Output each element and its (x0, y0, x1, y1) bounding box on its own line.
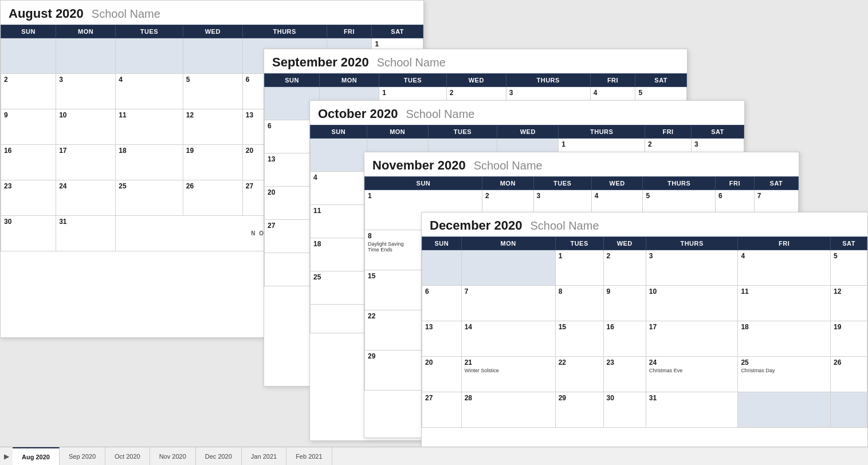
col-sat: SAT (372, 25, 423, 38)
tab-bar: ▶ Aug 2020 Sep 2020 Oct 2020 Nov 2020 De… (0, 447, 868, 465)
col-fri: FRI (327, 25, 372, 38)
table-row: 18 (311, 238, 367, 271)
table-row: 15 (555, 321, 603, 357)
col-sat: SAT (635, 74, 687, 87)
col-fri: FRI (715, 177, 754, 190)
tab-dec-2020[interactable]: Dec 2020 (196, 447, 242, 465)
september-school: School Name (377, 56, 446, 69)
table-row: 24 (56, 180, 116, 216)
table-row: 27 (422, 392, 462, 428)
table-row: 2 (1, 74, 56, 109)
table-row: 5 (831, 250, 867, 286)
november-school: School Name (474, 159, 543, 172)
tab-jan-2021[interactable]: Jan 2021 (242, 447, 286, 465)
table-row: 23 (603, 357, 646, 392)
col-thurs: THURS (559, 125, 645, 139)
table-row: 25Christmas Day (738, 357, 831, 392)
col-tues: TUES (428, 125, 497, 139)
table-row: 17 (56, 145, 116, 180)
table-row: 14 (461, 321, 555, 357)
table-row: 5 (183, 74, 242, 109)
col-thurs: THURS (646, 237, 738, 250)
table-row: 4 (311, 172, 367, 205)
november-header: November 2020 School Name (364, 152, 799, 176)
table-row: 18 (116, 145, 183, 180)
table-row: 22 (555, 357, 603, 392)
col-sun: SUN (422, 237, 462, 250)
col-fri: FRI (590, 74, 635, 87)
col-wed: WED (497, 125, 559, 139)
table-row: 19 (183, 145, 242, 180)
tab-scroll-left[interactable]: ▶ (0, 447, 13, 465)
col-mon: MON (461, 237, 555, 250)
table-row: 9 (603, 286, 646, 321)
col-fri: FRI (738, 237, 831, 250)
table-row: 25 (116, 180, 183, 216)
col-fri: FRI (645, 125, 692, 139)
table-row (116, 38, 183, 74)
col-sat: SAT (754, 177, 798, 190)
col-wed: WED (446, 74, 506, 87)
table-row: 13 (422, 321, 462, 357)
calendar-december: December 2020 School Name SUN MON TUES W… (421, 212, 868, 464)
december-header: December 2020 School Name (422, 212, 867, 237)
table-row: 16 (1, 145, 56, 180)
september-header: September 2020 School Name (264, 49, 687, 73)
table-row: 17 (646, 321, 738, 357)
table-row (422, 250, 462, 286)
table-row: 26 (183, 180, 242, 216)
table-row: 8 (555, 286, 603, 321)
col-sun: SUN (1, 25, 56, 38)
col-mon: MON (320, 74, 379, 87)
table-row: 10 (646, 286, 738, 321)
tab-sep-2020[interactable]: Sep 2020 (60, 447, 105, 465)
col-tues: TUES (116, 25, 183, 38)
table-row: 6 (422, 286, 462, 321)
tab-aug-2020[interactable]: Aug 2020 (13, 447, 60, 465)
october-header: October 2020 School Name (310, 101, 744, 125)
col-tues: TUES (379, 74, 447, 87)
col-thurs: THURS (506, 74, 590, 87)
october-school: School Name (406, 108, 474, 121)
table-row: 31 (646, 392, 738, 428)
col-sat: SAT (691, 125, 744, 139)
table-row (738, 392, 831, 428)
tab-feb-2021[interactable]: Feb 2021 (286, 447, 332, 465)
col-sun: SUN (365, 177, 482, 190)
col-mon: MON (482, 177, 533, 190)
table-row (183, 38, 242, 74)
tab-oct-2020[interactable]: Oct 2020 (105, 447, 150, 465)
table-row: 3 (646, 250, 738, 286)
august-title: August 2020 (9, 6, 84, 21)
table-row: 18 (738, 321, 831, 357)
table-row: 2 (603, 250, 646, 286)
table-row (311, 139, 367, 172)
table-row: 10 (56, 109, 116, 145)
table-row: 29 (555, 392, 603, 428)
table-row: 4 (738, 250, 831, 286)
september-title: September 2020 (272, 55, 369, 70)
col-wed: WED (603, 237, 646, 250)
table-row (831, 392, 867, 428)
table-row: 3 (56, 74, 116, 109)
table-row: 26 (831, 357, 867, 392)
table-row: 9 (1, 109, 56, 145)
col-mon: MON (56, 25, 116, 38)
december-grid: SUN MON TUES WED THURS FRI SAT 1 2 3 4 5… (422, 237, 867, 428)
col-wed: WED (591, 177, 643, 190)
table-row: 21Winter Solstice (461, 357, 555, 392)
table-row: 30 (603, 392, 646, 428)
col-sat: SAT (831, 237, 867, 250)
table-row: 11 (311, 205, 367, 238)
tab-nov-2020[interactable]: Nov 2020 (150, 447, 196, 465)
col-thurs: THURS (643, 177, 715, 190)
col-thurs: THURS (242, 25, 327, 38)
col-mon: MON (367, 125, 428, 139)
col-wed: WED (183, 25, 242, 38)
col-sun: SUN (311, 125, 367, 139)
table-row: 31 (56, 216, 116, 251)
november-title: November 2020 (372, 158, 466, 173)
table-row (1, 38, 56, 74)
table-row: 20 (422, 357, 462, 392)
table-row (311, 305, 367, 333)
